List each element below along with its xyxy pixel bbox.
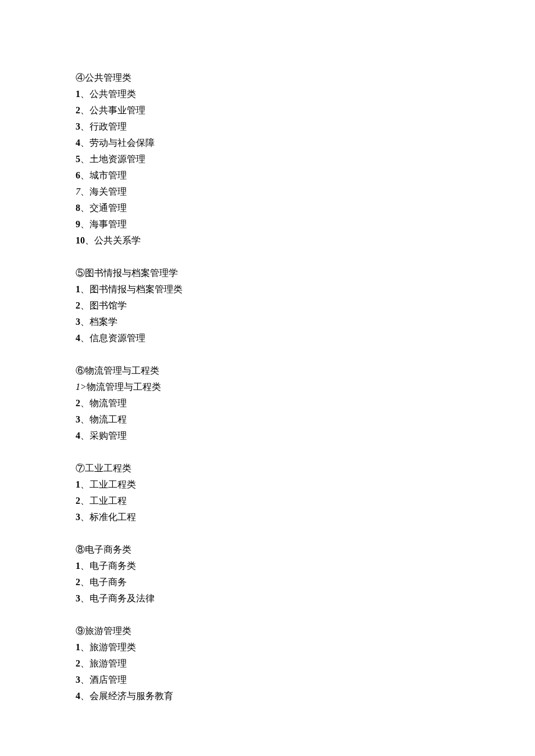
list-item: 6、城市管理 [76, 167, 535, 184]
list-item: 1、工业工程类 [76, 476, 535, 493]
list-item: 9、海事管理 [76, 216, 535, 232]
item-number: 2 [76, 577, 80, 587]
item-text: 酒店管理 [90, 675, 127, 685]
list-item: 4、会展经济与服务教育 [76, 688, 535, 704]
item-separator: 、 [85, 235, 94, 245]
section-header: ⑧电子商务类 [76, 542, 535, 558]
list-item: 2、图书馆学 [76, 298, 535, 314]
list-item: 1、公共管理类 [76, 86, 535, 102]
item-text: 图书馆学 [90, 300, 127, 310]
item-text: 会展经济与服务教育 [90, 691, 173, 701]
item-text: 电子商务及法律 [90, 593, 155, 603]
item-separator: 、 [80, 317, 90, 327]
item-number: 2 [76, 300, 80, 310]
item-text: 旅游管理类 [90, 642, 136, 652]
section: ⑨旅游管理类1、旅游管理类2、旅游管理3、酒店管理4、会展经济与服务教育 [76, 623, 535, 704]
item-number: 3 [76, 512, 80, 522]
item-text: 物流工程 [90, 414, 127, 424]
list-item: 1、图书情报与档案管理类 [76, 281, 535, 298]
item-number: 1 [76, 642, 80, 652]
item-separator: 、 [80, 121, 90, 131]
item-number: 1 [76, 89, 80, 99]
list-item: 4、采购管理 [76, 428, 535, 444]
list-item: 1、旅游管理类 [76, 639, 535, 655]
item-separator: 、 [80, 512, 90, 522]
item-number: 6 [76, 170, 80, 180]
list-item: 3、物流工程 [76, 411, 535, 428]
item-number: 2 [76, 398, 80, 408]
item-text: 信息资源管理 [90, 333, 145, 343]
section-header: ⑨旅游管理类 [76, 623, 535, 639]
list-item: 10、公共关系学 [76, 232, 535, 249]
item-separator: 、 [80, 219, 90, 229]
item-separator: 、 [80, 105, 90, 115]
item-number: 1 [76, 561, 80, 571]
item-separator: 、 [80, 431, 90, 440]
item-text: 采购管理 [90, 431, 127, 440]
list-item: 3、标准化工程 [76, 509, 535, 525]
list-item: 4、劳动与社会保障 [76, 135, 535, 151]
list-item: 2、旅游管理 [76, 655, 535, 672]
item-number: 4 [76, 138, 80, 148]
list-item: 1、电子商务类 [76, 558, 535, 574]
item-number: 3 [76, 675, 80, 685]
item-number: 1 [76, 479, 80, 489]
section: ④公共管理类1、公共管理类2、公共事业管理3、行政管理4、劳动与社会保障5、土地… [76, 70, 535, 249]
item-number: 5 [76, 154, 80, 164]
item-separator: 、 [80, 170, 90, 180]
item-text: 电子商务类 [90, 561, 136, 571]
list-item: 3、酒店管理 [76, 672, 535, 688]
list-item: 3、行政管理 [76, 119, 535, 135]
item-text: 海事管理 [90, 219, 127, 229]
list-item: 7、海关管理 [76, 184, 535, 200]
item-text: 海关管理 [90, 187, 127, 196]
document-content: ④公共管理类1、公共管理类2、公共事业管理3、行政管理4、劳动与社会保障5、土地… [76, 70, 535, 704]
item-separator: 、 [80, 414, 90, 424]
item-separator: 、 [80, 675, 90, 685]
item-text: 标准化工程 [90, 512, 136, 522]
section-header: ④公共管理类 [76, 70, 535, 86]
section: ⑥物流管理与工程类1>物流管理与工程类2、物流管理3、物流工程4、采购管理 [76, 363, 535, 444]
item-separator: 、 [80, 187, 90, 196]
item-number: 9 [76, 219, 80, 229]
section-header: ⑦工业工程类 [76, 460, 535, 476]
item-separator: 、 [80, 300, 90, 310]
item-number: 3 [76, 121, 80, 131]
item-number: 7 [76, 187, 80, 196]
item-text: 城市管理 [90, 170, 127, 180]
item-separator: 、 [80, 561, 90, 571]
item-number: 2 [76, 658, 80, 668]
item-separator: 、 [80, 479, 90, 489]
list-item: 5、土地资源管理 [76, 151, 535, 167]
item-text: 土地资源管理 [90, 154, 145, 164]
section: ⑤图书情报与档案管理学1、图书情报与档案管理类2、图书馆学3、档案学4、信息资源… [76, 265, 535, 346]
item-separator: 、 [80, 89, 90, 99]
item-number: 10 [76, 235, 85, 245]
item-text: 行政管理 [90, 121, 127, 131]
item-text: 档案学 [90, 317, 117, 327]
list-item: 1>物流管理与工程类 [76, 379, 535, 395]
item-text: 物流管理与工程类 [87, 382, 161, 392]
list-item: 3、电子商务及法律 [76, 590, 535, 607]
item-separator: 、 [80, 203, 90, 213]
item-separator: 、 [80, 593, 90, 603]
item-number: 8 [76, 203, 80, 213]
section: ⑧电子商务类1、电子商务类2、电子商务3、电子商务及法律 [76, 542, 535, 607]
item-text: 工业工程类 [90, 479, 136, 489]
item-text: 电子商务 [90, 577, 127, 587]
item-text: 公共关系学 [94, 235, 141, 245]
item-separator: 、 [80, 398, 90, 408]
item-separator: 、 [80, 658, 90, 668]
item-text: 劳动与社会保障 [90, 138, 155, 148]
item-text: 物流管理 [90, 398, 127, 408]
list-item: 2、电子商务 [76, 574, 535, 590]
item-separator: 、 [80, 333, 90, 343]
item-number: 1> [76, 382, 87, 392]
item-number: 2 [76, 496, 80, 506]
item-number: 3 [76, 593, 80, 603]
item-text: 公共事业管理 [90, 105, 145, 115]
item-separator: 、 [80, 496, 90, 506]
list-item: 8、交通管理 [76, 200, 535, 216]
item-number: 1 [76, 284, 80, 294]
item-number: 3 [76, 414, 80, 424]
